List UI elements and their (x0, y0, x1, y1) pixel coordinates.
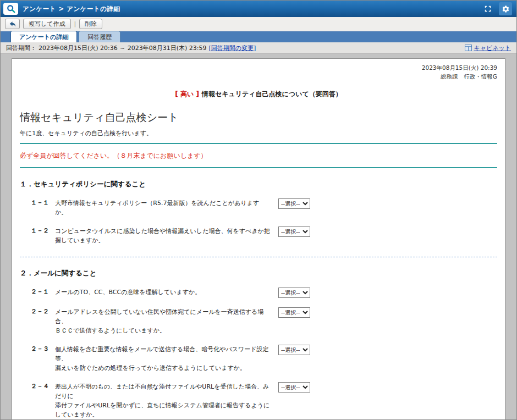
question-row: ２－１メールのTO、CC、BCCの意味を理解していますか。--選択-- (31, 288, 497, 298)
app-logo-icon (3, 3, 18, 15)
answer-select[interactable]: --選択-- (278, 307, 310, 318)
answer-select[interactable]: --選択-- (278, 345, 310, 355)
sections: １．セキュリティポリシーに関すること１－１大野市情報セキュリティポリシー（R5.… (20, 180, 497, 420)
question-number: １－１ (31, 198, 55, 207)
answer-select[interactable]: --選択-- (278, 226, 310, 237)
answer-period-label: 回答期間： (6, 44, 36, 52)
answer-select[interactable]: --選択-- (278, 382, 310, 393)
cabinet-link[interactable]: キャビネット (474, 44, 511, 52)
toolbar: 複写して作成 | 削除 (1, 17, 516, 31)
question-text: 大野市情報セキュリティポリシー（R5.7最新版）を読んだことがありますか。 (55, 198, 271, 217)
document-department: 総務課 行政・情報G (20, 73, 497, 81)
document-subject: 情報セキュリティ自己点検について（要回答） (202, 90, 342, 98)
section-heading: ２．メールに関すること (20, 269, 497, 278)
question-row: １－２コンピュータウイルスに感染した場合や情報漏えいした場合、何をすべきか把握し… (31, 226, 497, 245)
change-period-link[interactable]: [回答期間の変更] (209, 44, 256, 52)
survey-subtitle: 年に1度、セキュリティの自己点検を行います。 (20, 129, 497, 137)
cabinet-icon (465, 45, 472, 51)
back-arrow-icon (9, 21, 16, 27)
question-row: １－１大野市情報セキュリティポリシー（R5.7最新版）を読んだことがありますか。… (31, 198, 497, 217)
breadcrumb: アンケート > アンケートの詳細 (23, 5, 120, 13)
survey-detail-page: アンケート > アンケートの詳細 複写して作成 | 削除 アンケートの詳細 回答… (0, 0, 517, 420)
question-number: ２－４ (31, 382, 55, 390)
teal-rule-notice (20, 167, 497, 168)
question-row: ２－４差出人が不明のもの、または不自然な添付ファイルやURLを受信した場合、みだ… (31, 382, 497, 419)
back-button[interactable] (5, 19, 20, 29)
survey-title: 情報セキュリティ自己点検シート (20, 110, 497, 125)
question-text: メールアドレスを公開していない住民や団体宛てにメールを一斉送信する場合、ＢＣＣで… (55, 307, 271, 335)
question-number: １－２ (31, 226, 55, 235)
question-number: ２－１ (31, 288, 55, 296)
infobar: 回答期間： 2023年08月15日(火) 20:36 ～ 2023年08月31日… (1, 42, 516, 54)
section-heading: １．セキュリティポリシーに関すること (20, 180, 497, 189)
survey-document: 2023年08月15日(火) 20:39 総務課 行政・情報G [ 高い ]情報… (12, 58, 505, 420)
question-text: 差出人が不明のもの、または不自然な添付ファイルやURLを受信した場合、みだりに添… (55, 382, 271, 419)
document-datetime: 2023年08月15日(火) 20:39 (20, 64, 497, 73)
answer-select[interactable]: --選択-- (278, 288, 310, 298)
copy-create-button[interactable]: 複写して作成 (23, 19, 71, 29)
tabbar: アンケートの詳細 回答履歴 (1, 31, 516, 42)
priority-badge: [ 高い ] (175, 90, 199, 98)
expand-icon[interactable] (481, 2, 494, 15)
content-area: 2023年08月15日(火) 20:39 総務課 行政・情報G [ 高い ]情報… (1, 54, 516, 420)
teal-rule-top (20, 143, 497, 144)
question-row: ２－２メールアドレスを公開していない住民や団体宛てにメールを一斉送信する場合、Ｂ… (31, 307, 497, 335)
question-row: ２－３個人情報を含む重要な情報をメールで送信する場合、暗号化やパスワード設定等、… (31, 345, 497, 373)
question-text: 個人情報を含む重要な情報をメールで送信する場合、暗号化やパスワード設定等、漏えい… (55, 345, 271, 373)
tab-answer-history[interactable]: 回答履歴 (79, 31, 120, 42)
question-number: ２－３ (31, 345, 55, 353)
answer-select[interactable]: --選択-- (278, 198, 310, 209)
toolbar-separator: | (74, 20, 76, 27)
subject-line: [ 高い ]情報セキュリティ自己点検について（要回答） (20, 90, 497, 99)
gear-icon[interactable] (499, 2, 512, 15)
question-number: ２－２ (31, 307, 55, 316)
document-meta: 2023年08月15日(火) 20:39 総務課 行政・情報G (20, 64, 497, 81)
question-text: メールのTO、CC、BCCの意味を理解していますか。 (55, 288, 271, 297)
tab-survey-details[interactable]: アンケートの詳細 (10, 31, 77, 42)
titlebar: アンケート > アンケートの詳細 (1, 1, 516, 17)
notice-text: 必ず全員が回答してください。（８月末までにお願いします） (20, 151, 497, 161)
delete-button[interactable]: 削除 (79, 19, 102, 29)
question-text: コンピュータウイルスに感染した場合や情報漏えいした場合、何をすべきか把握していま… (55, 226, 271, 245)
section-divider (20, 257, 497, 257)
answer-period-value: 2023年08月15日(火) 20:36 ～ 2023年08月31日(木) 23… (38, 44, 207, 52)
